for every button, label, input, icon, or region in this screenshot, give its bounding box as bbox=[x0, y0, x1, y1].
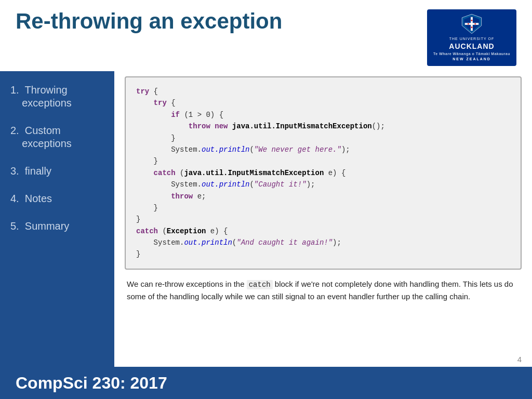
catch-code: catch bbox=[247, 280, 273, 289]
footer-course: CompSci 230: 2017 bbox=[16, 374, 167, 393]
sidebar-item-number: 1. bbox=[10, 84, 19, 96]
sidebar-item-number: 5. bbox=[10, 220, 19, 232]
description-text: We can re-throw exceptions in the catch … bbox=[125, 278, 522, 303]
sidebar: 1. Throwing exceptions 2. Custom excepti… bbox=[0, 71, 114, 378]
code-block: try { try { if (1 > 0) { throw new java.… bbox=[125, 76, 522, 270]
sidebar-item-summary[interactable]: 5. Summary bbox=[0, 212, 114, 240]
sidebar-item-number: 3. bbox=[10, 165, 19, 177]
sidebar-item-notes[interactable]: 4. Notes bbox=[0, 185, 114, 212]
svg-rect-3 bbox=[465, 23, 479, 25]
footer: CompSci 230: 2017 bbox=[0, 367, 532, 399]
sidebar-item-finally[interactable]: 3. finally bbox=[0, 157, 114, 185]
svg-point-5 bbox=[468, 23, 469, 25]
header: Re-throwing an exception THE UNIVERSITY … bbox=[0, 0, 532, 71]
svg-point-6 bbox=[474, 23, 476, 25]
svg-point-4 bbox=[471, 20, 473, 21]
page-number: 4 bbox=[517, 355, 522, 364]
main-content: 1. Throwing exceptions 2. Custom excepti… bbox=[0, 71, 532, 378]
content-area: try { try { if (1 > 0) { throw new java.… bbox=[114, 71, 532, 378]
page-title: Re-throwing an exception bbox=[16, 9, 282, 33]
university-logo: THE UNIVERSITY OF AUCKLAND Te Whare Wāna… bbox=[427, 9, 516, 66]
shield-icon bbox=[461, 14, 482, 34]
logo-text: THE UNIVERSITY OF AUCKLAND Te Whare Wāna… bbox=[433, 36, 510, 62]
sidebar-item-throwing[interactable]: 1. Throwing exceptions bbox=[0, 76, 114, 117]
sidebar-item-custom[interactable]: 2. Custom exceptions bbox=[0, 117, 114, 157]
sidebar-item-number: 4. bbox=[10, 193, 19, 204]
svg-point-7 bbox=[471, 26, 473, 28]
sidebar-item-number: 2. bbox=[10, 125, 19, 136]
